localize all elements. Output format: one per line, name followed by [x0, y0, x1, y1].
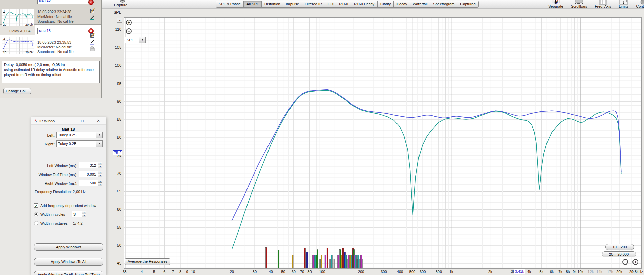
width-in-octaves-value: 1/ 4,2 [73, 221, 83, 225]
measurement-1-thumbnail[interactable]: 1 20 20,0k [2, 9, 34, 26]
tool-freq-axis[interactable]: Freq. Axis [595, 0, 611, 8]
capture-icon[interactable] [120, 0, 125, 3]
dialog-titlebar[interactable]: IR Windo... — ◻ ✕ [31, 117, 106, 125]
width-in-cycles-radio[interactable] [34, 212, 38, 216]
spinner-up-icon[interactable]: ▲ [82, 211, 86, 214]
measurement-2-thumb-max: 20,0k [25, 51, 33, 54]
zoom-out-y-icon[interactable]: − [126, 28, 132, 34]
spinner-down-icon[interactable]: ▼ [82, 214, 86, 217]
measurement-1-index: 1 [3, 9, 5, 13]
cursor-spl-readout: 75,2 [113, 150, 122, 155]
freq-range-10-200-button[interactable]: 10 .. 200 [605, 244, 634, 250]
measurement-2-name-input[interactable]: мая 18 [37, 28, 88, 34]
x-tick-label: 12k [587, 270, 594, 274]
spinner-up-icon[interactable]: ▲ [98, 162, 102, 165]
tool-separate[interactable]: Separate [548, 0, 563, 8]
chevron-down-icon[interactable]: ▼ [96, 141, 102, 147]
spinner-up-icon[interactable]: ▲ [98, 171, 102, 174]
x-tick-label: 600 [420, 270, 426, 274]
zoom-in-x-icon[interactable]: + [632, 259, 638, 265]
tab-decay[interactable]: Decay [393, 1, 410, 8]
x-tick-label: 14k [596, 270, 602, 274]
width-in-cycles-value[interactable]: 3 [72, 211, 82, 217]
x-tick-label: 4k [527, 270, 531, 274]
measurement-1-name-input[interactable]: мая 18 [37, 0, 88, 4]
tab-clarity[interactable]: Clarity [377, 1, 394, 8]
width-in-octaves-radio[interactable] [34, 221, 38, 225]
spinner-up-icon[interactable]: ▲ [98, 180, 102, 183]
right-window-type-select[interactable]: Tukey 0.25 ▼ [56, 140, 103, 147]
freq-resolution: Frequency Resolution: 2,00 Hz [35, 190, 86, 194]
spl-plot[interactable] [124, 17, 642, 269]
y-tick-label: 60 [112, 207, 121, 211]
ref-time-value[interactable]: 0,001 [79, 171, 98, 177]
x-tick-label: 29,8kHz [629, 270, 643, 274]
left-window-ms-value[interactable]: 312 [79, 162, 98, 168]
measurement-2-notes-icon[interactable] [90, 46, 95, 51]
tab-distortion[interactable]: Distortion [261, 1, 283, 8]
spinner-down-icon[interactable]: ▼ [98, 174, 102, 177]
measurement-1-datetime: 18.05.2023 23:34:38 [37, 9, 74, 14]
x-tick-label: 60 [292, 270, 296, 274]
measurement-2-save-icon[interactable] [90, 33, 95, 38]
freq-axis-icon [599, 0, 607, 4]
measurement-1-thumb-max: 20,0k [25, 23, 33, 26]
measurement-2-index: 2 [3, 37, 5, 40]
freq-dependent-window-checkbox[interactable]: ✓ [34, 203, 38, 208]
left-window-type-select[interactable]: Tukey 0.25 ▼ [56, 132, 103, 138]
measurement-2-trace-color-icon[interactable] [90, 40, 95, 45]
spinner-down-icon[interactable]: ▼ [98, 165, 102, 168]
tab-rt60[interactable]: RT60 [336, 1, 351, 8]
close-icon[interactable]: ✕ [95, 118, 101, 124]
java-app-icon [33, 119, 38, 123]
tab-spl-phase[interactable]: SPL & Phase [216, 1, 244, 8]
zoom-in-y-icon[interactable]: + [126, 20, 132, 25]
ir-windows-dialog: IR Windo... — ◻ ✕ мая 18 Left: Tukey 0.2… [31, 117, 106, 275]
x-tick-label: 3 [125, 270, 127, 274]
width-in-octaves-label: Width in octaves [40, 221, 68, 225]
measurement-1-trace-color-icon[interactable] [90, 15, 95, 20]
x-tick-label: 500 [409, 270, 415, 274]
graph-tabs: SPL & PhaseAll SPLDistortionImpulseFilte… [216, 1, 479, 8]
apply-windows-keep-ref-button[interactable]: Apply Windows To All, Keep Ref Time [34, 271, 103, 275]
x-tick-label: 80 [307, 270, 312, 274]
zoom-out-x-icon[interactable]: − [622, 259, 628, 265]
minimize-icon[interactable]: — [65, 118, 70, 124]
measurement-2-thumbnail[interactable]: 2 20 20,0k [2, 37, 34, 54]
x-tick-label: 2k [488, 270, 492, 274]
average-responses-button[interactable]: Average the Responses [125, 258, 170, 265]
chevron-down-icon[interactable]: ▼ [139, 37, 146, 43]
measurement-panel: Collapse Delay -0,004 мая 18 ✕ 1 20 20,0… [0, 0, 102, 98]
tab-captured[interactable]: Captured [457, 1, 478, 8]
capture-label[interactable]: Capture [114, 3, 127, 7]
spinner-down-icon[interactable]: ▼ [98, 183, 102, 186]
tab-spectrogram[interactable]: Spectrogram [430, 1, 457, 8]
measurement-1-save-icon[interactable] [90, 8, 95, 13]
tab-all-spl[interactable]: All SPL [243, 1, 262, 8]
x-tick-label: 20 [230, 270, 234, 274]
x-tick-label: 400 [397, 270, 403, 274]
apply-windows-to-all-button[interactable]: Apply Windows To All [34, 258, 103, 266]
freq-range-20-20000-button[interactable]: 20 .. 20 000 [602, 251, 636, 257]
y-tick-label: 110 [112, 27, 121, 31]
tool-limits[interactable]: Limits [619, 0, 628, 8]
spl-axis-scroll-up[interactable]: ▲ [117, 18, 122, 23]
measurement-2-mic: Mic/Meter: No cal file [37, 45, 74, 49]
tab-waterfall[interactable]: Waterfall [410, 1, 430, 8]
chevron-down-icon[interactable]: ▼ [96, 132, 102, 138]
y-tick-label: 80 [112, 135, 121, 139]
measurement-1-thumb-min: 20 [3, 23, 6, 26]
right-window-ms-value[interactable]: 500 [79, 180, 98, 186]
maximize-icon[interactable]: ◻ [80, 118, 85, 124]
apply-windows-button[interactable]: Apply Windows [34, 243, 103, 251]
tab-rt60-decay[interactable]: RT60 Decay [351, 1, 378, 8]
delay-line-2: using estimated IR delay relative to Aco… [4, 67, 97, 72]
tool-controls[interactable]: Controls [636, 0, 644, 8]
y-axis-quantity-select[interactable]: SPL ▼ [125, 37, 146, 43]
change-cal-button[interactable]: Change Cal... [3, 88, 31, 94]
freq-resolution-value: 2,00 Hz [73, 190, 86, 194]
tool-scrollbars[interactable]: Scrollbars [571, 0, 587, 8]
tab-filtered-ir[interactable]: Filtered IR [302, 1, 325, 8]
tab-gd[interactable]: GD [325, 1, 337, 8]
tab-impulse[interactable]: Impulse [283, 1, 302, 8]
